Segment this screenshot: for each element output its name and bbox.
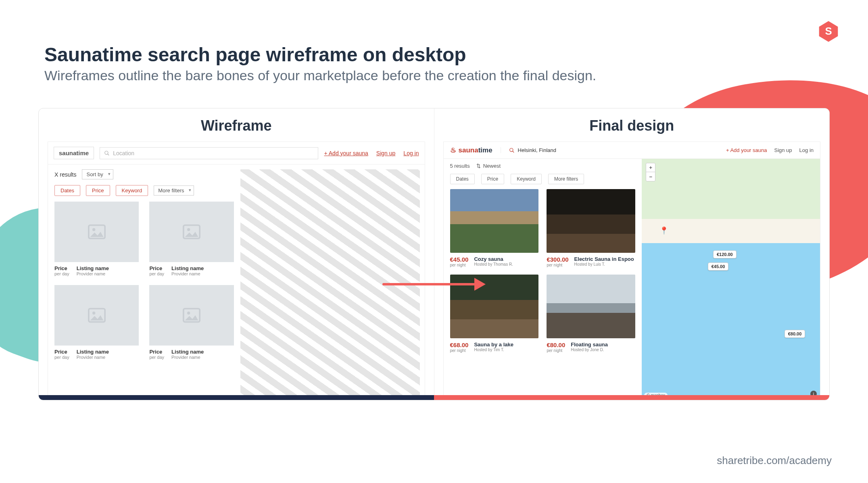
map-pin-icon[interactable]: 📍 [659,226,668,235]
listing-photo [450,189,539,253]
listing-per: per night [450,263,469,267]
zoom-in-button[interactable]: + [646,163,655,172]
fd-listing-card[interactable]: €80.00per nightFloating saunaHosted by J… [547,275,635,353]
wf-per-label: per day [149,271,164,276]
wf-listing-card[interactable]: Priceper dayListing nameProvider name [149,202,234,276]
svg-point-5 [92,228,95,231]
fd-filter-price[interactable]: Price [481,174,504,184]
image-placeholder-icon [54,285,139,346]
fd-search-input[interactable]: Helsinki, Finland [501,147,556,153]
fd-listing-card[interactable]: €300.00per nightElectric Sauna in EspooH… [547,189,635,267]
listing-photo [450,275,539,338]
svg-point-2 [105,151,108,154]
wf-filter-keyword[interactable]: Keyword [116,185,148,196]
search-icon [509,148,515,153]
search-icon [104,150,110,156]
listing-title: Cozy sauna [474,256,513,262]
wireframe-screenshot: saunatime Location + Add your sauna Sign… [48,142,425,400]
svg-point-11 [187,312,190,314]
final-heading: Final design [434,117,830,134]
wf-listing-name: Listing name [77,349,109,355]
flame-icon: ♨ [450,146,456,154]
fd-signup-link[interactable]: Sign up [774,147,792,153]
svg-point-7 [187,228,190,231]
wireframe-panel: Wireframe saunatime Location + Add your … [39,108,434,400]
final-design-panel: Final design ♨ saunatime Helsinki, Finla… [434,108,830,400]
listing-per: per night [547,263,568,267]
wf-provider-name: Provider name [77,355,109,360]
wf-provider-name: Provider name [171,271,204,276]
page-subtitle: Wireframes outline the bare bones of you… [44,68,596,83]
fd-listing-card[interactable]: €45.00per nightCozy saunaHosted by Thoma… [450,189,539,267]
fd-filter-more[interactable]: More filters [548,174,584,184]
wf-filter-price[interactable]: Price [86,185,110,196]
comparison-card: Wireframe saunatime Location + Add your … [38,108,830,400]
fd-login-link[interactable]: Log in [799,147,814,153]
wf-price-label: Price [149,265,164,271]
wf-price-label: Price [54,349,69,355]
wf-price-label: Price [149,349,164,355]
zoom-out-button[interactable]: − [646,172,655,181]
wf-per-label: per day [54,271,69,276]
fd-filter-keyword[interactable]: Keyword [511,174,542,184]
wf-search-input[interactable]: Location [100,147,318,159]
fd-add-listing-link[interactable]: + Add your sauna [726,147,767,153]
wf-listing-name: Listing name [77,265,109,271]
fd-listing-card[interactable]: €68.00per nightSauna by a lakeHosted by … [450,275,539,353]
fd-map[interactable]: + − 📍 €120.00 €45.00 €80.00 © mapbox i [642,159,820,400]
fd-logo[interactable]: ♨ saunatime [450,146,492,154]
wf-listing-name: Listing name [171,349,204,355]
wf-add-listing-link[interactable]: + Add your sauna [324,150,368,156]
image-placeholder-icon [149,285,234,346]
fd-topbar: ♨ saunatime Helsinki, Finland + Add your… [444,142,820,159]
fd-results-count: 5 results [450,163,470,169]
wf-filter-more[interactable]: More filters [154,185,194,196]
listing-host: Hosted by Tim T. [474,348,513,352]
wf-search-placeholder: Location [113,150,134,156]
wf-price-label: Price [54,265,69,271]
wf-per-label: per day [149,355,164,360]
fd-filter-dates[interactable]: Dates [450,174,475,184]
listing-title: Floating sauna [571,341,608,348]
map-price-tag[interactable]: €80.00 [785,330,805,338]
listing-title: Electric Sauna in Espoo [574,256,634,262]
wf-listing-card[interactable]: Priceper dayListing nameProvider name [149,285,234,360]
wf-signup-link[interactable]: Sign up [376,150,395,156]
wf-results-count: X results [54,171,76,178]
svg-point-9 [92,312,95,314]
listing-host: Hosted by Thomas R. [474,262,513,266]
wf-logo[interactable]: saunatime [54,147,94,159]
svg-text:S: S [825,25,832,37]
wf-login-link[interactable]: Log in [403,150,419,156]
card-footer-accent [39,395,829,400]
image-placeholder-icon [54,202,139,262]
listing-price: €80.00 [547,341,565,348]
wf-listing-card[interactable]: Priceper dayListing nameProvider name [54,285,139,360]
sort-icon: ⇅ [476,163,481,169]
listing-per: per night [547,348,565,353]
wf-filter-dates[interactable]: Dates [54,185,80,196]
listing-price: €45.00 [450,256,469,263]
listing-photo [547,275,635,338]
wf-listing-card[interactable]: Priceper dayListing nameProvider name [54,202,139,276]
svg-point-12 [509,148,513,151]
map-price-tag[interactable]: €45.00 [708,262,729,271]
svg-line-13 [512,151,514,152]
wf-listing-name: Listing name [171,265,204,271]
svg-line-3 [108,154,109,155]
listing-title: Sauna by a lake [474,341,513,348]
listing-photo [547,189,635,253]
map-zoom-controls: + − [646,163,655,181]
footer-link[interactable]: sharetribe.com/academy [717,454,832,467]
sharetribe-logo-icon: S [817,20,840,43]
page-title: Saunatime search page wireframe on deskt… [44,44,466,66]
wf-sort-select[interactable]: Sort by [82,169,113,179]
listing-host: Hosted by Jone D. [571,348,608,352]
wf-per-label: per day [54,355,69,360]
listing-price: €68.00 [450,341,469,348]
wf-provider-name: Provider name [77,271,109,276]
map-price-tag[interactable]: €120.00 [713,250,737,258]
listing-price: €300.00 [547,256,568,263]
wf-map-placeholder[interactable] [240,169,420,400]
fd-sort-select[interactable]: ⇅ Newest [476,163,501,169]
